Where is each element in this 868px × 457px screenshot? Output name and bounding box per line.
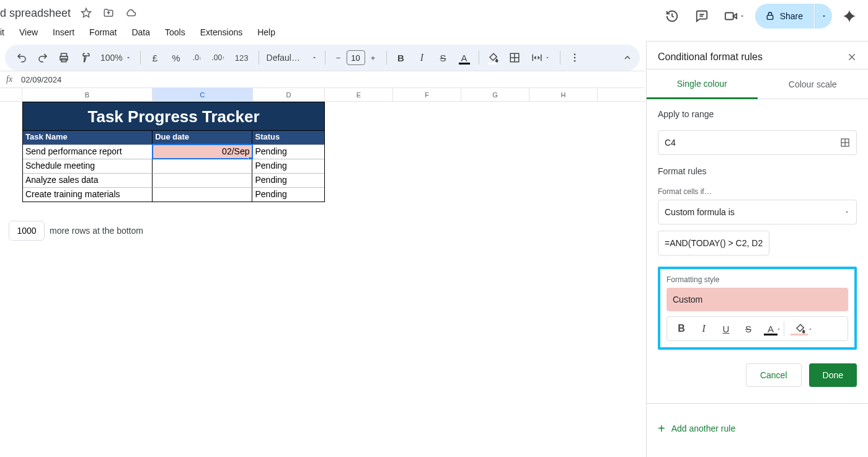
cancel-button[interactable]: Cancel [746, 363, 802, 387]
collapse-toolbar-icon[interactable] [622, 53, 632, 63]
format-cells-if-label: Format cells if… [658, 187, 857, 196]
tab-colour-scale[interactable]: Colour scale [758, 69, 869, 99]
menu-help[interactable]: Help [251, 25, 281, 40]
rows-count-input[interactable] [9, 221, 45, 241]
number-format-select[interactable]: 123 [230, 48, 254, 67]
col-header-f[interactable]: F [393, 88, 461, 101]
condition-select[interactable]: Custom formula is [658, 200, 857, 224]
font-size-increase[interactable]: + [365, 50, 381, 66]
increase-decimal-icon[interactable]: .00↑ [209, 48, 228, 67]
col-header-c[interactable]: C [153, 88, 253, 101]
col-header-d[interactable]: D [253, 88, 325, 101]
menu-view[interactable]: View [13, 25, 44, 40]
select-range-icon[interactable] [840, 138, 850, 148]
italic-icon[interactable]: I [413, 48, 432, 67]
font-size-decrease[interactable]: − [330, 50, 347, 66]
share-dropdown[interactable] [815, 4, 832, 29]
formula-field[interactable]: =AND(TODAY() > C2, D2 [658, 231, 769, 255]
formula-value[interactable]: 02/09/2024 [19, 75, 61, 84]
print-icon[interactable] [55, 48, 73, 67]
cell-due[interactable] [153, 159, 252, 173]
style-italic-icon[interactable]: I [693, 319, 714, 338]
conditional-format-sidebar: Conditional format rules Single colour C… [646, 41, 868, 457]
style-strike-icon[interactable]: S [738, 319, 759, 338]
decrease-decimal-icon[interactable]: .0↓ [188, 48, 206, 67]
cell-task[interactable]: Schedule meeting [23, 159, 153, 173]
cloud-status-icon[interactable] [124, 6, 138, 20]
cell-due[interactable] [153, 187, 252, 202]
menu-data[interactable]: Data [125, 25, 156, 40]
format-rules-label: Format rules [658, 166, 857, 176]
strikethrough-icon[interactable]: S [434, 48, 453, 67]
col-header-e[interactable]: E [325, 88, 393, 101]
style-preview[interactable]: Custom [666, 288, 848, 311]
zoom-select[interactable]: 100% [97, 53, 135, 63]
task-tracker-table: Task Progress Tracker Task Name Due date… [22, 102, 325, 202]
share-button[interactable]: Share [755, 4, 814, 29]
th-due-date[interactable]: Due date [153, 131, 252, 144]
column-headers: B C D E F G H [0, 88, 645, 102]
share-label: Share [780, 11, 803, 21]
cell-due-selected[interactable]: 02/Sep [153, 144, 252, 159]
cell-status[interactable]: Pending [252, 187, 324, 202]
close-icon[interactable] [847, 52, 857, 62]
font-size-control: − 10 + [330, 50, 381, 66]
range-value: C4 [665, 138, 676, 148]
col-header-h[interactable]: H [529, 88, 598, 101]
formula-bar[interactable]: fx 02/09/2024 [0, 71, 645, 88]
more-toolbar-icon[interactable] [565, 48, 584, 67]
cell-status[interactable]: Pending [252, 144, 324, 159]
currency-icon[interactable]: £ [146, 48, 164, 67]
redo-icon[interactable] [33, 48, 52, 67]
col-header-b[interactable]: B [22, 88, 153, 101]
range-input[interactable]: C4 [658, 130, 857, 155]
cell-task[interactable]: Send performance report [23, 144, 153, 159]
th-status[interactable]: Status [252, 131, 324, 144]
undo-icon[interactable] [12, 48, 31, 67]
cell-task[interactable]: Create training materials [23, 187, 153, 202]
merge-cells-icon[interactable] [526, 48, 555, 67]
fx-icon: fx [0, 74, 19, 84]
borders-icon[interactable] [505, 48, 524, 67]
spreadsheet-grid[interactable]: Task Progress Tracker Task Name Due date… [0, 102, 645, 325]
cell-status[interactable]: Pending [252, 159, 324, 173]
move-folder-icon[interactable] [102, 6, 115, 20]
style-underline-icon[interactable]: U [715, 319, 737, 338]
gemini-icon[interactable] [837, 4, 862, 29]
menu-extensions[interactable]: Extensions [194, 25, 249, 40]
th-task-name[interactable]: Task Name [23, 131, 153, 144]
font-select[interactable]: Defaul… [264, 53, 320, 63]
number-format-label: 123 [235, 53, 249, 63]
bold-icon[interactable]: B [392, 48, 410, 67]
select-all-corner[interactable] [0, 88, 22, 101]
svg-marker-0 [82, 9, 91, 17]
style-bold-icon[interactable]: B [671, 319, 692, 338]
menu-tools[interactable]: Tools [159, 25, 192, 40]
cell-due[interactable] [153, 173, 252, 187]
add-rule-label: Add another rule [671, 424, 736, 433]
cell-status[interactable]: Pending [252, 173, 324, 187]
col-header-g[interactable]: G [461, 88, 529, 101]
font-size-value[interactable]: 10 [347, 50, 365, 65]
done-button[interactable]: Done [809, 363, 857, 387]
comments-icon[interactable] [689, 4, 714, 29]
fill-color-icon[interactable] [484, 48, 503, 67]
style-fill-color-icon[interactable] [787, 319, 814, 338]
table-title[interactable]: Task Progress Tracker [23, 102, 324, 131]
paint-format-icon[interactable] [76, 48, 94, 67]
history-icon[interactable] [660, 4, 684, 29]
add-another-rule-button[interactable]: + Add another rule [658, 415, 857, 442]
selection-handle[interactable] [248, 157, 252, 159]
cell-task[interactable]: Analyze sales data [23, 173, 153, 187]
star-icon[interactable] [79, 6, 93, 20]
menu-edit[interactable]: it [0, 25, 11, 40]
menu-insert[interactable]: Insert [46, 25, 81, 40]
meet-icon[interactable] [719, 4, 750, 29]
condition-value: Custom formula is [665, 207, 735, 217]
style-text-color-icon[interactable]: A [760, 319, 781, 338]
percent-icon[interactable]: % [167, 48, 185, 67]
text-color-icon[interactable]: A [455, 48, 474, 67]
document-title[interactable]: d spreadsheet [0, 7, 71, 20]
menu-format[interactable]: Format [83, 25, 123, 40]
tab-single-colour[interactable]: Single colour [647, 69, 758, 99]
